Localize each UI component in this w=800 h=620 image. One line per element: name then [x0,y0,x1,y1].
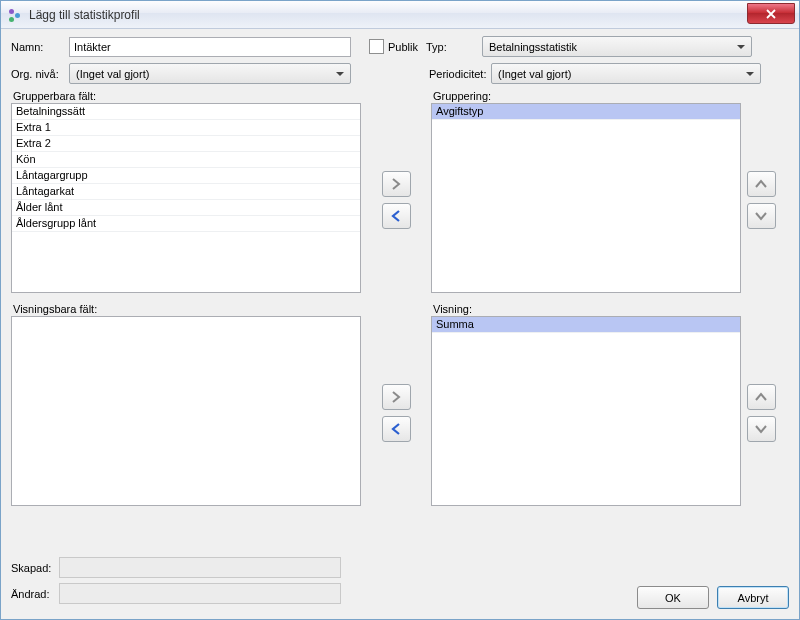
cancel-button[interactable]: Avbryt [717,586,789,609]
chevron-left-icon [390,210,402,222]
chevron-right-icon [390,391,402,403]
label-display: Visning: [433,303,741,315]
row-org-period: Org. nivå: (Inget val gjort) Periodicite… [11,63,789,84]
visible-fields-list[interactable] [11,316,361,506]
chevron-down-icon [755,423,767,435]
move-up-display-button[interactable] [747,384,776,410]
list-item[interactable]: Låntagarkat [12,184,360,200]
list-item[interactable]: Ålder lånt [12,200,360,216]
dialog-buttons: OK Avbryt [637,586,789,609]
move-right-grouping-button[interactable] [382,171,411,197]
chevron-right-icon [390,178,402,190]
ok-button[interactable]: OK [637,586,709,609]
section-grouping: Grupperbara fält: BetalningssättExtra 1E… [11,90,789,293]
close-icon [766,9,776,19]
name-input[interactable] [69,37,351,57]
list-item[interactable]: Låntagargrupp [12,168,360,184]
row-created: Skapad: [11,557,789,578]
public-checkbox[interactable] [369,39,384,54]
label-public: Publik [388,41,418,53]
move-left-display-button[interactable] [382,416,411,442]
display-list[interactable]: Summa [431,316,741,506]
move-left-grouping-button[interactable] [382,203,411,229]
move-right-display-button[interactable] [382,384,411,410]
app-icon [7,7,23,23]
periodicity-select-value: (Inget val gjort) [498,68,571,80]
label-grouping: Gruppering: [433,90,741,102]
label-org-level: Org. nivå: [11,68,69,80]
type-select-value: Betalningsstatistik [489,41,577,53]
label-type: Typ: [426,41,454,53]
move-up-grouping-button[interactable] [747,171,776,197]
chevron-up-icon [755,178,767,190]
chevron-down-icon [755,210,767,222]
label-groupable-fields: Grupperbara fält: [13,90,361,102]
section-display: Visningsbara fält: Visning: Summa [11,303,789,506]
label-modified: Ändrad: [11,588,59,600]
type-select[interactable]: Betalningsstatistik [482,36,752,57]
list-item[interactable]: Betalningssätt [12,104,360,120]
groupable-fields-list[interactable]: BetalningssättExtra 1Extra 2KönLåntagarg… [11,103,361,293]
dialog-bottom: Skapad: Ändrad: OK Avbryt [11,557,789,609]
list-item[interactable]: Extra 2 [12,136,360,152]
list-item[interactable]: Summa [432,317,740,333]
org-level-select[interactable]: (Inget val gjort) [69,63,351,84]
move-down-display-button[interactable] [747,416,776,442]
list-item[interactable]: Kön [12,152,360,168]
periodicity-select[interactable]: (Inget val gjort) [491,63,761,84]
chevron-left-icon [390,423,402,435]
org-level-select-value: (Inget val gjort) [76,68,149,80]
list-item[interactable]: Extra 1 [12,120,360,136]
dialog-body: Namn: Publik Typ: Betalningsstatistik Or… [1,28,799,619]
row-name-type: Namn: Publik Typ: Betalningsstatistik [11,36,789,57]
chevron-up-icon [755,391,767,403]
list-item[interactable]: Avgiftstyp [432,104,740,120]
dialog-window: Lägg till statistikprofil Namn: Publik T… [0,0,800,620]
titlebar: Lägg till statistikprofil [1,1,799,29]
created-value [59,557,341,578]
label-periodicity: Periodicitet: [429,68,489,80]
window-title: Lägg till statistikprofil [29,8,140,22]
label-name: Namn: [11,41,69,53]
label-created: Skapad: [11,562,59,574]
modified-value [59,583,341,604]
close-button[interactable] [747,3,795,24]
grouping-list[interactable]: Avgiftstyp [431,103,741,293]
move-down-grouping-button[interactable] [747,203,776,229]
list-item[interactable]: Åldersgrupp lånt [12,216,360,232]
label-visible-fields: Visningsbara fält: [13,303,361,315]
